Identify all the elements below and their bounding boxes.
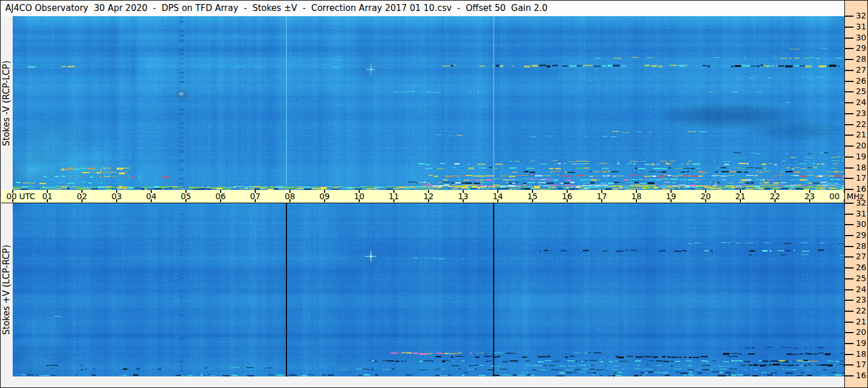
freq-label: 32 <box>856 198 866 207</box>
freq-tick <box>845 27 854 28</box>
freq-tick <box>845 322 854 323</box>
freq-label: 27 <box>856 252 866 261</box>
hour-label: 14 <box>493 192 503 201</box>
hour-label: 03 <box>111 192 122 201</box>
freq-tick <box>845 70 854 71</box>
freq-label: 16 <box>856 184 866 193</box>
hour-label: 05 <box>181 192 191 201</box>
freq-tick <box>845 300 854 301</box>
freq-tick <box>845 311 854 312</box>
freq-label: 26 <box>856 263 866 272</box>
title-bar: AJ4CO Observatory 30 Apr 2020 - DPS on T… <box>1 1 844 16</box>
freq-label: 25 <box>856 274 866 283</box>
dps-spectrogram-window: AJ4CO Observatory 30 Apr 2020 - DPS on T… <box>0 0 868 388</box>
hour-label: 12 <box>423 192 434 201</box>
freq-label: 24 <box>856 285 866 294</box>
freq-tick <box>845 113 854 114</box>
hour-label: 00 <box>829 192 840 201</box>
freq-tick <box>845 135 854 136</box>
freq-tick <box>845 102 854 103</box>
freq-tick <box>845 156 854 158</box>
freq-tick <box>845 214 854 215</box>
stokes-plus-v-label: Stokes +V (LCP-RCP) <box>1 245 12 335</box>
freq-tick <box>845 167 854 169</box>
freq-label: 31 <box>856 209 866 218</box>
freq-label: 26 <box>856 76 866 85</box>
hour-label: 11 <box>389 192 399 201</box>
freq-tick <box>845 375 854 376</box>
freq-tick <box>845 278 854 279</box>
freq-tick <box>845 189 854 190</box>
freq-label: 25 <box>856 87 866 96</box>
time-axis: 00 UTC0102030405060708091011121314151617… <box>1 190 844 203</box>
hour-label: 19 <box>666 192 676 201</box>
hour-label: 13 <box>458 192 468 201</box>
hour-label: 23 <box>804 192 815 201</box>
freq-tick <box>845 203 854 204</box>
hour-label: 01 <box>42 192 53 201</box>
frequency-axis-strip: MHz 323130292827262524232221201918171632… <box>844 1 867 387</box>
hour-label: 00 UTC <box>6 192 35 201</box>
spectrogram-stokes-minus-v <box>13 16 844 190</box>
freq-tick <box>845 81 854 82</box>
hour-label: 15 <box>527 192 538 201</box>
freq-tick <box>845 48 854 49</box>
freq-label: 30 <box>856 33 866 42</box>
freq-label: 28 <box>856 54 866 64</box>
freq-label: 28 <box>856 241 866 251</box>
freq-tick <box>845 16 854 17</box>
hour-label: 21 <box>735 192 746 201</box>
freq-label: 23 <box>856 109 866 118</box>
freq-label: 23 <box>856 295 866 304</box>
freq-tick <box>845 224 854 225</box>
freq-label: 20 <box>856 327 866 337</box>
freq-label: 17 <box>856 360 866 369</box>
freq-tick <box>845 364 854 365</box>
hour-label: 16 <box>562 192 572 201</box>
freq-tick <box>845 146 854 147</box>
freq-label: 19 <box>856 152 866 161</box>
freq-label: 30 <box>856 219 866 229</box>
freq-tick <box>845 267 854 268</box>
stokes-minus-v-label: Stokes -V (RCP-LCP) <box>1 61 12 146</box>
freq-label: 21 <box>856 317 866 326</box>
freq-label: 16 <box>856 371 866 380</box>
hour-label: 20 <box>701 192 711 201</box>
hour-label: 17 <box>597 192 607 201</box>
title-text: AJ4CO Observatory 30 Apr 2020 - DPS on T… <box>5 3 547 13</box>
freq-tick <box>845 246 854 247</box>
freq-label: 18 <box>856 163 866 172</box>
hour-label: 18 <box>631 192 642 201</box>
left-axis-label-stokes-plus-v: Stokes +V (LCP-RCP) <box>1 203 12 376</box>
freq-label: 22 <box>856 120 866 129</box>
freq-tick <box>845 38 854 39</box>
freq-tick <box>845 235 854 236</box>
freq-label: 22 <box>856 306 866 315</box>
freq-tick <box>845 343 854 344</box>
spectrogram-stokes-plus-v <box>13 203 844 376</box>
hour-label: 09 <box>319 192 330 201</box>
hour-label: 10 <box>354 192 364 201</box>
freq-label: 20 <box>856 141 866 150</box>
freq-tick <box>845 124 854 125</box>
freq-tick <box>845 354 854 355</box>
freq-tick <box>845 91 854 92</box>
freq-label: 29 <box>856 230 866 240</box>
freq-label: 32 <box>856 11 866 20</box>
freq-label: 21 <box>856 130 866 139</box>
freq-label: 27 <box>856 65 866 74</box>
hour-label: 02 <box>77 192 87 201</box>
freq-label: 19 <box>856 338 866 348</box>
hour-label: 06 <box>215 192 226 201</box>
freq-label: 18 <box>856 349 866 359</box>
hour-label: 07 <box>250 192 260 201</box>
freq-label: 17 <box>856 173 866 182</box>
freq-tick <box>845 289 854 290</box>
freq-label: 24 <box>856 98 866 107</box>
freq-label: 31 <box>856 22 866 31</box>
hour-label: 22 <box>770 192 780 201</box>
freq-tick <box>845 256 854 258</box>
freq-label: 29 <box>856 43 866 53</box>
left-axis-label-stokes-minus-v: Stokes -V (RCP-LCP) <box>1 16 12 190</box>
freq-tick <box>845 178 854 179</box>
